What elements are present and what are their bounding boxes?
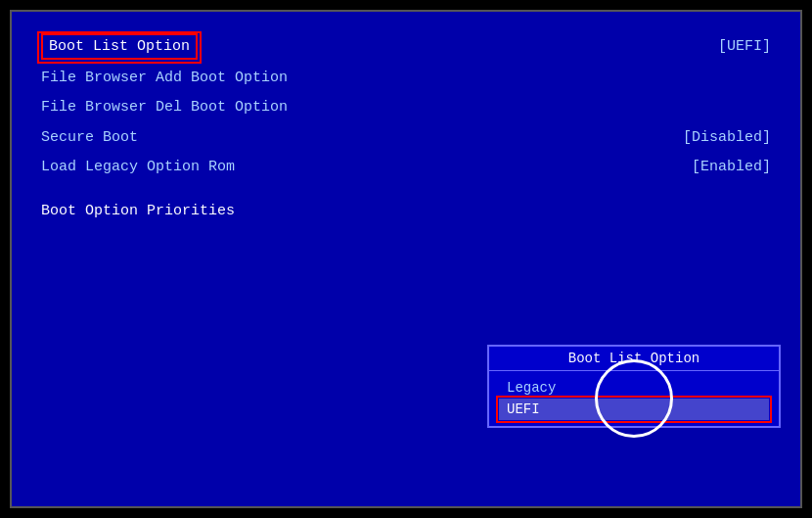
section-gap <box>41 183 771 197</box>
highlighted-label-box: Boot List Option <box>45 37 194 56</box>
file-browser-del-label: File Browser Del Boot Option <box>41 97 288 119</box>
file-browser-add-label: File Browser Add Boot Option <box>41 68 288 90</box>
boot-priorities-label: Boot Option Priorities <box>41 201 235 223</box>
menu-item-file-browser-add[interactable]: File Browser Add Boot Option <box>41 64 771 94</box>
boot-list-option-popup: Boot List Option Legacy UEFI <box>487 345 781 428</box>
secure-boot-value: [Disabled] <box>683 127 771 150</box>
menu-item-secure-boot[interactable]: Secure Boot [Disabled] <box>41 123 771 154</box>
menu-item-file-browser-del[interactable]: File Browser Del Boot Option <box>41 93 771 123</box>
popup-option-legacy[interactable]: Legacy <box>499 377 769 399</box>
boot-list-option-value: [UEFI] <box>718 36 771 59</box>
bios-screen: Boot List Option [UEFI] File Browser Add… <box>10 10 802 508</box>
menu-item-boot-priorities[interactable]: Boot Option Priorities <box>41 197 771 227</box>
secure-boot-label: Secure Boot <box>41 127 138 150</box>
menu-area: Boot List Option [UEFI] File Browser Add… <box>41 31 771 226</box>
popup-body: Legacy UEFI <box>489 371 779 426</box>
load-legacy-label: Load Legacy Option Rom <box>41 157 235 179</box>
popup-option-uefi[interactable]: UEFI <box>499 399 769 420</box>
menu-item-load-legacy[interactable]: Load Legacy Option Rom [Enabled] <box>41 153 771 183</box>
popup-title: Boot List Option <box>489 347 779 371</box>
menu-item-boot-list-option[interactable]: Boot List Option [UEFI] <box>41 31 771 64</box>
boot-list-option-label: Boot List Option <box>41 35 198 60</box>
load-legacy-value: [Enabled] <box>692 157 771 179</box>
